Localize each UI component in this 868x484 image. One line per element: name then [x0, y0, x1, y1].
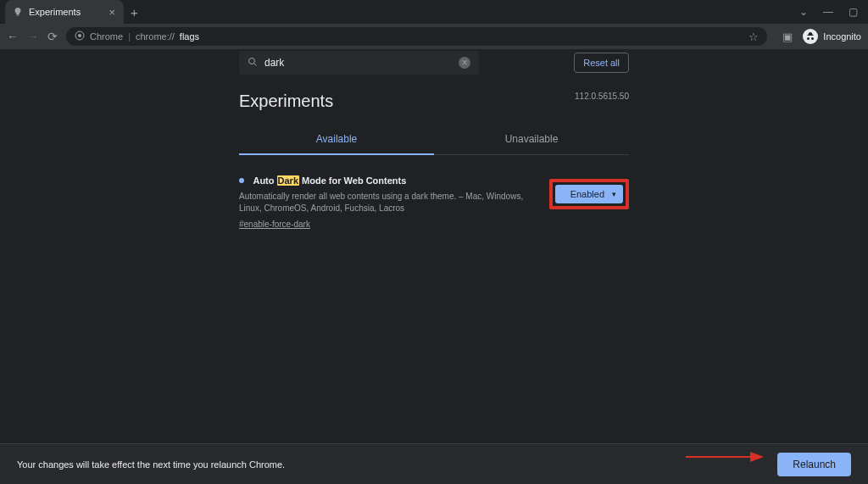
reload-icon[interactable]: ⟳	[47, 30, 58, 43]
version-label: 112.0.5615.50	[575, 92, 629, 101]
url-highlight: flags	[180, 31, 199, 42]
flag-state-select[interactable]: Enabled	[555, 185, 623, 203]
url-separator: |	[128, 31, 131, 42]
tab-available[interactable]: Available	[239, 125, 434, 155]
new-tab-button[interactable]: +	[131, 5, 138, 19]
incognito-badge[interactable]: Incognito	[803, 29, 861, 44]
window-maximize-icon[interactable]: ▢	[849, 6, 858, 18]
browser-titlebar: Experiments × + ⌄ — ▢	[0, 0, 868, 24]
tabs-row: Available Unavailable	[239, 125, 629, 155]
bookmark-star-icon[interactable]: ☆	[748, 31, 759, 43]
search-box[interactable]: ×	[239, 51, 479, 75]
search-input[interactable]	[264, 57, 452, 69]
relaunch-message: Your changes will take effect the next t…	[17, 459, 285, 470]
tab-favicon-icon	[12, 6, 24, 18]
svg-line-3	[254, 64, 257, 66]
page-content: × Reset all Experiments 112.0.5615.50 Av…	[0, 49, 868, 484]
relaunch-bar: Your changes will take effect the next t…	[0, 443, 868, 484]
search-icon	[248, 55, 258, 70]
flag-title: Auto Dark Mode for Web Contents	[253, 175, 406, 186]
browser-tab[interactable]: Experiments ×	[5, 0, 124, 24]
tab-title: Experiments	[29, 7, 103, 17]
svg-point-1	[78, 34, 81, 37]
page-title: Experiments	[239, 92, 629, 111]
relaunch-button[interactable]: Relaunch	[777, 453, 851, 476]
url-path: chrome://	[136, 31, 175, 42]
tab-unavailable[interactable]: Unavailable	[434, 125, 629, 154]
reset-all-button[interactable]: Reset all	[574, 53, 629, 73]
url-scheme: Chrome	[90, 31, 123, 42]
svg-point-2	[249, 58, 255, 64]
browser-toolbar: ← → ⟳ Chrome | chrome://flags ☆ ▣ Incogn…	[0, 24, 868, 49]
chrome-logo-icon	[75, 31, 85, 42]
search-clear-icon[interactable]: ×	[459, 57, 470, 69]
flag-modified-indicator-icon	[239, 178, 244, 183]
window-chevron-icon[interactable]: ⌄	[799, 6, 808, 18]
back-icon[interactable]: ←	[7, 30, 19, 43]
address-bar[interactable]: Chrome | chrome://flags ☆	[66, 27, 767, 46]
flag-anchor-link[interactable]: #enable-force-dark	[239, 220, 310, 229]
window-controls: ⌄ — ▢	[799, 6, 868, 18]
window-minimize-icon[interactable]: —	[823, 6, 833, 18]
extensions-icon[interactable]: ▣	[782, 31, 793, 43]
tab-close-icon[interactable]: ×	[108, 6, 115, 19]
incognito-avatar-icon	[803, 29, 818, 44]
flag-item: Auto Dark Mode for Web Contents Automati…	[239, 172, 629, 231]
forward-icon[interactable]: →	[27, 30, 39, 43]
flag-description: Automatically render all web contents us…	[239, 191, 532, 214]
annotation-highlight-box: Enabled	[549, 179, 629, 209]
incognito-label: Incognito	[823, 31, 861, 42]
